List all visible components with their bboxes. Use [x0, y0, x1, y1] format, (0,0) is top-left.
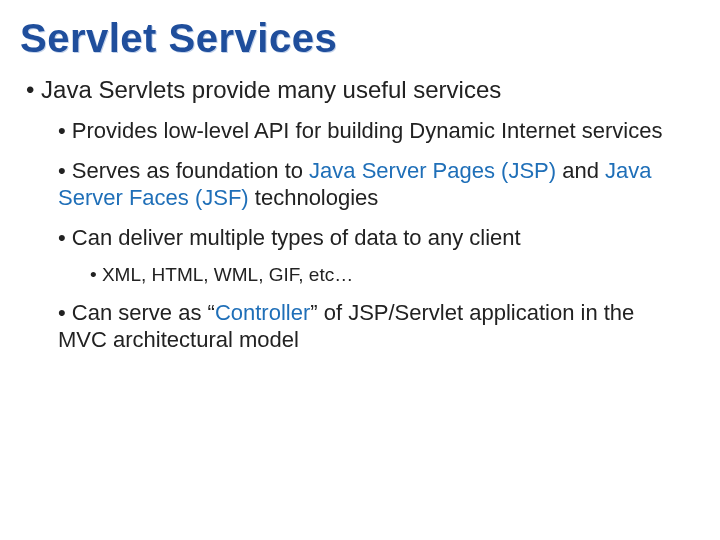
highlight-jsp: Java Server Pages (JSP): [309, 158, 556, 183]
text-mid: and: [556, 158, 605, 183]
bullet-lvl2-controller: Can serve as “Controller” of JSP/Servlet…: [58, 299, 700, 354]
bullet-lvl2-foundation: Serves as foundation to Java Server Page…: [58, 157, 700, 212]
text-pre: Can serve as “: [72, 300, 215, 325]
text-pre: Serves as foundation to: [72, 158, 309, 183]
bullet-lvl3-formats: XML, HTML, WML, GIF, etc…: [90, 263, 700, 287]
highlight-controller: Controller: [215, 300, 310, 325]
bullet-lvl2-api: Provides low-level API for building Dyna…: [58, 117, 700, 145]
bullet-lvl2-datatypes: Can deliver multiple types of data to an…: [58, 224, 700, 252]
bullet-lvl1-intro: Java Servlets provide many useful servic…: [26, 75, 700, 105]
text-post: technologies: [249, 185, 379, 210]
slide-title: Servlet Services: [20, 16, 700, 61]
